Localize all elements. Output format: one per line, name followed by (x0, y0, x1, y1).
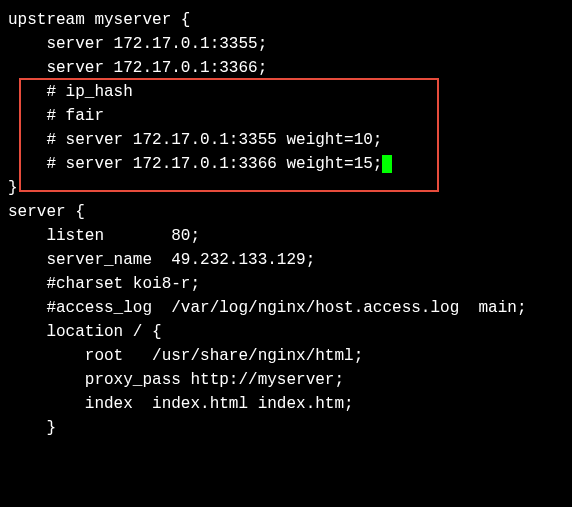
config-line: } (8, 416, 564, 440)
config-line: server_name 49.232.133.129; (8, 248, 564, 272)
config-line: # server 172.17.0.1:3355 weight=10; (8, 128, 564, 152)
config-line: #charset koi8-r; (8, 272, 564, 296)
terminal-cursor (382, 155, 392, 173)
config-line: index index.html index.htm; (8, 392, 564, 416)
config-line: proxy_pass http://myserver; (8, 368, 564, 392)
config-text: # server 172.17.0.1:3366 weight=15; (8, 155, 382, 173)
config-line: location / { (8, 320, 564, 344)
config-line: upstream myserver { (8, 8, 564, 32)
config-line: # ip_hash (8, 80, 564, 104)
config-line: # server 172.17.0.1:3366 weight=15; (8, 152, 564, 176)
config-line: server 172.17.0.1:3355; (8, 32, 564, 56)
config-line: # fair (8, 104, 564, 128)
config-line: root /usr/share/nginx/html; (8, 344, 564, 368)
config-line: } (8, 176, 564, 200)
config-line: server { (8, 200, 564, 224)
config-line: server 172.17.0.1:3366; (8, 56, 564, 80)
config-line: listen 80; (8, 224, 564, 248)
terminal-content: upstream myserver { server 172.17.0.1:33… (8, 8, 564, 440)
config-line: #access_log /var/log/nginx/host.access.l… (8, 296, 564, 320)
